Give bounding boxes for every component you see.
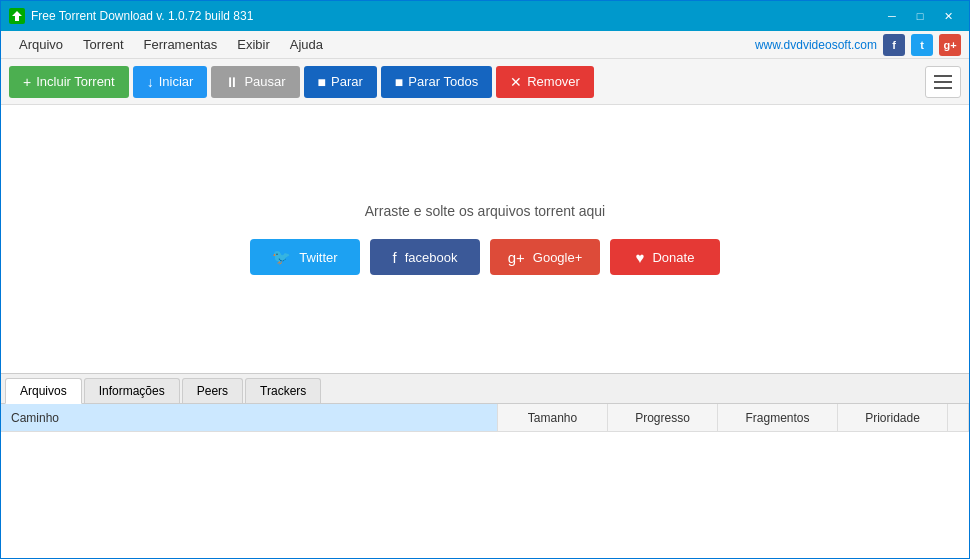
th-caminho: Caminho [1, 404, 498, 431]
menu-arquivo[interactable]: Arquivo [9, 33, 73, 56]
minimize-button[interactable]: ─ [879, 6, 905, 26]
twitter-button[interactable]: 🐦 Twitter [250, 239, 360, 275]
window-title: Free Torrent Download v. 1.0.72 build 83… [31, 9, 879, 23]
table-header: Caminho Tamanho Progresso Fragmentos Pri… [1, 404, 969, 432]
twitter-btn-label: Twitter [299, 250, 337, 265]
twitter-btn-icon: 🐦 [272, 248, 291, 266]
stop-icon: ■ [318, 75, 326, 89]
drop-area: Arraste e solte os arquivos torrent aqui… [1, 105, 969, 373]
th-prioridade: Prioridade [838, 404, 948, 431]
main-content: Arraste e solte os arquivos torrent aqui… [1, 105, 969, 558]
googleplus-btn-label: Google+ [533, 250, 583, 265]
twitter-icon[interactable]: t [911, 34, 933, 56]
googleplus-icon[interactable]: g+ [939, 34, 961, 56]
plus-icon: + [23, 75, 31, 89]
include-torrent-label: Incluir Torrent [36, 74, 115, 89]
tab-peers[interactable]: Peers [182, 378, 243, 403]
app-icon [9, 8, 25, 24]
close-button[interactable]: ✕ [935, 6, 961, 26]
pause-button[interactable]: ⏸ Pausar [211, 66, 299, 98]
social-buttons: 🐦 Twitter f facebook g+ Google+ ♥ Donate [250, 239, 720, 275]
th-progresso: Progresso [608, 404, 718, 431]
remove-icon: ✕ [510, 75, 522, 89]
facebook-button[interactable]: f facebook [370, 239, 480, 275]
facebook-btn-icon: f [393, 249, 397, 266]
tab-arquivos[interactable]: Arquivos [5, 378, 82, 404]
stop-all-button[interactable]: ■ Parar Todos [381, 66, 492, 98]
th-extra [948, 404, 969, 431]
pause-icon: ⏸ [225, 75, 239, 89]
hamburger-line-1 [934, 75, 952, 77]
stop-label: Parar [331, 74, 363, 89]
pause-label: Pausar [244, 74, 285, 89]
title-bar: Free Torrent Download v. 1.0.72 build 83… [1, 1, 969, 31]
hamburger-line-3 [934, 87, 952, 89]
googleplus-button[interactable]: g+ Google+ [490, 239, 600, 275]
maximize-button[interactable]: □ [907, 6, 933, 26]
facebook-btn-label: facebook [405, 250, 458, 265]
tab-trackers[interactable]: Trackers [245, 378, 321, 403]
googleplus-btn-icon: g+ [508, 249, 525, 266]
stop-all-label: Parar Todos [408, 74, 478, 89]
stop-button[interactable]: ■ Parar [304, 66, 377, 98]
table-body [1, 432, 969, 558]
drop-text: Arraste e solte os arquivos torrent aqui [365, 203, 605, 219]
remove-label: Remover [527, 74, 580, 89]
table-area: Caminho Tamanho Progresso Fragmentos Pri… [1, 404, 969, 558]
bottom-panel: Arquivos Informações Peers Trackers Cami… [1, 373, 969, 558]
hamburger-line-2 [934, 81, 952, 83]
start-label: Iniciar [159, 74, 194, 89]
th-tamanho: Tamanho [498, 404, 608, 431]
menu-torrent[interactable]: Torrent [73, 33, 133, 56]
menu-ajuda[interactable]: Ajuda [280, 33, 333, 56]
stop-all-icon: ■ [395, 75, 403, 89]
include-torrent-button[interactable]: + Incluir Torrent [9, 66, 129, 98]
menu-bar: Arquivo Torrent Ferramentas Exibir Ajuda… [1, 31, 969, 59]
window-controls: ─ □ ✕ [879, 6, 961, 26]
tab-informacoes[interactable]: Informações [84, 378, 180, 403]
remove-button[interactable]: ✕ Remover [496, 66, 594, 98]
facebook-icon[interactable]: f [883, 34, 905, 56]
heart-icon: ♥ [636, 249, 645, 266]
donate-button[interactable]: ♥ Donate [610, 239, 720, 275]
menu-ferramentas[interactable]: Ferramentas [134, 33, 228, 56]
website-link[interactable]: www.dvdvideosoft.com [755, 38, 877, 52]
menu-right: www.dvdvideosoft.com f t g+ [755, 34, 961, 56]
donate-btn-label: Donate [652, 250, 694, 265]
download-icon: ↓ [147, 75, 154, 89]
start-button[interactable]: ↓ Iniciar [133, 66, 208, 98]
toolbar: + Incluir Torrent ↓ Iniciar ⏸ Pausar ■ P… [1, 59, 969, 105]
menu-exibir[interactable]: Exibir [227, 33, 280, 56]
th-fragmentos: Fragmentos [718, 404, 838, 431]
tabs-bar: Arquivos Informações Peers Trackers [1, 374, 969, 404]
menu-toggle-button[interactable] [925, 66, 961, 98]
